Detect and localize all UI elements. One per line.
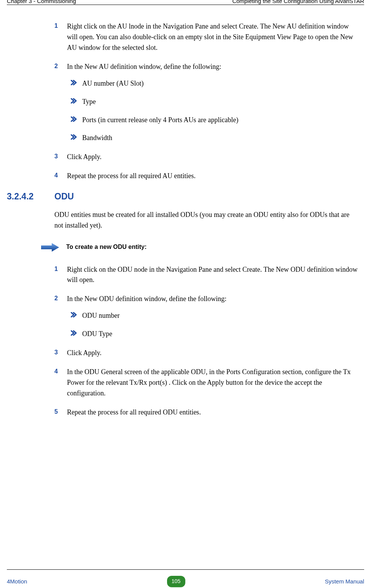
list-item: ODU Type — [67, 329, 359, 339]
page-footer: 4Motion 105 System Manual — [7, 575, 364, 588]
procedure-label: To create a new ODU entity: — [66, 242, 146, 252]
list-item: 4 Repeat the process for all required AU… — [7, 171, 364, 182]
list-item: 1 Right click on the ODU node in the Nav… — [7, 265, 364, 286]
sub-list: AU number (AU Slot) Type Ports (in curre… — [67, 78, 359, 144]
list-item: Bandwidth — [67, 133, 359, 143]
list-item: 3 Click Apply. — [7, 152, 364, 163]
sub-item-text: Bandwidth — [82, 134, 112, 142]
step-number: 3 — [54, 152, 58, 161]
sub-item-text: ODU Type — [82, 330, 112, 338]
procedure-b-list: 1 Right click on the ODU node in the Nav… — [7, 265, 364, 418]
page-frame: Chapter 3 - Commissioning Completing the… — [7, 5, 364, 570]
svg-marker-1 — [41, 243, 59, 252]
procedure-a-list: 1 Right click on the AU lnode in the Nav… — [7, 21, 364, 182]
sub-list: ODU number ODU Type — [67, 311, 359, 339]
list-item: Type — [67, 97, 359, 107]
step-number: 3 — [54, 348, 58, 357]
step-number: 5 — [54, 407, 58, 417]
list-item: 1 Right click on the AU lnode in the Nav… — [7, 21, 364, 53]
list-item: AU number (AU Slot) — [67, 78, 359, 89]
step-number: 2 — [54, 294, 58, 303]
chevron-icon — [71, 116, 78, 122]
sub-item-text: ODU number — [82, 312, 119, 319]
list-item: 2 In the New AU definition window, defin… — [7, 62, 364, 143]
step-number: 4 — [54, 171, 58, 180]
step-text: Click Apply. — [67, 153, 102, 161]
footer-right: System Manual — [325, 577, 364, 586]
step-number: 2 — [54, 62, 58, 71]
chevron-icon — [71, 134, 78, 140]
step-text: In the New ODU definition window, define… — [67, 295, 226, 303]
step-number: 1 — [54, 21, 58, 31]
step-text: Click Apply. — [67, 349, 102, 357]
step-text: Right click on the AU lnode in the Navig… — [67, 22, 353, 51]
step-text: Repeat the process for all required ODU … — [67, 408, 201, 416]
header-left: Chapter 3 - Commissioning — [7, 0, 76, 5]
chevron-icon — [71, 330, 78, 336]
header-right: Completing the Site Configuration Using … — [232, 0, 364, 5]
footer-left: 4Motion — [7, 577, 27, 586]
step-number: 1 — [54, 265, 58, 274]
list-item: Ports (in current release only 4 Ports A… — [67, 115, 359, 126]
procedure-header: To create a new ODU entity: — [41, 242, 359, 252]
step-text: Right click on the ODU node in the Navig… — [67, 266, 358, 284]
step-text: Repeat the process for all required AU e… — [67, 172, 196, 180]
list-item: 3 Click Apply. — [7, 348, 364, 359]
page-number-badge: 105 — [167, 576, 185, 587]
list-item: 2 In the New ODU definition window, defi… — [7, 294, 364, 339]
step-number: 4 — [54, 367, 58, 376]
page-header: Chapter 3 - Commissioning Completing the… — [7, 0, 364, 6]
chevron-icon — [71, 98, 78, 104]
list-item: 5 Repeat the process for all required OD… — [7, 407, 364, 418]
step-text: In the ODU General screen of the applica… — [67, 368, 350, 397]
section-body: ODU entities must be created for all ins… — [54, 210, 359, 231]
arrow-icon — [41, 242, 59, 252]
list-item: 4 In the ODU General screen of the appli… — [7, 367, 364, 399]
page-content: 1 Right click on the AU lnode in the Nav… — [7, 6, 364, 417]
section-number: 3.2.4.2 — [7, 190, 54, 204]
step-text: In the New AU definition window, define … — [67, 63, 221, 70]
section-heading: 3.2.4.2 ODU — [7, 190, 364, 204]
sub-item-text: Ports (in current release only 4 Ports A… — [82, 116, 238, 124]
list-item: ODU number — [67, 311, 359, 321]
sub-item-text: AU number (AU Slot) — [82, 80, 143, 87]
chevron-icon — [71, 80, 78, 85]
chevron-icon — [71, 312, 78, 317]
section-title: ODU — [54, 190, 74, 204]
sub-item-text: Type — [82, 98, 96, 105]
